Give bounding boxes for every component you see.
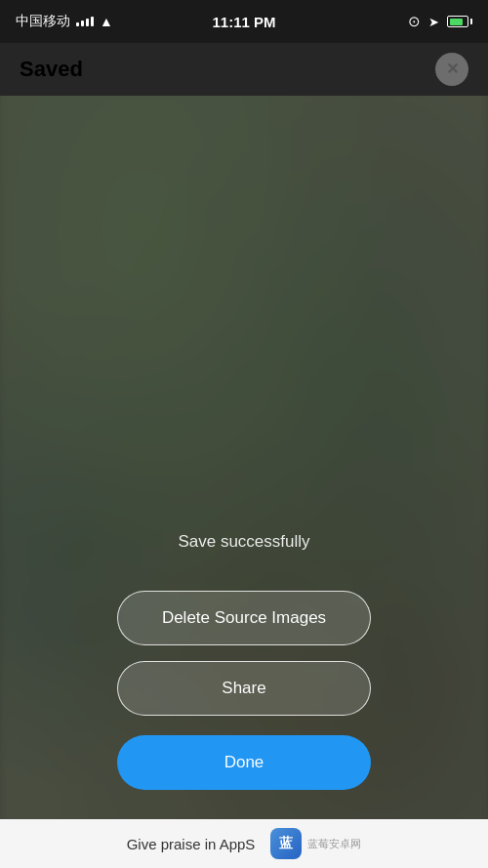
content-panel: Save successfully Delete Source Images S… xyxy=(0,532,488,819)
bottom-banner: Give praise in AppS 蓝 蓝莓安卓网 xyxy=(0,819,488,868)
signal-bar-1 xyxy=(76,22,79,26)
signal-bars xyxy=(76,17,94,26)
nav-title: Saved xyxy=(20,57,83,82)
done-label: Done xyxy=(224,753,264,772)
battery-tip xyxy=(470,19,472,24)
done-button[interactable]: Done xyxy=(117,735,371,790)
status-right: ⊙ ➤ xyxy=(408,13,472,30)
close-icon: ✕ xyxy=(446,62,459,77)
signal-bar-3 xyxy=(86,19,89,26)
location-icon: ➤ xyxy=(428,15,439,29)
signal-bar-4 xyxy=(91,17,94,26)
main-content: Save successfully Delete Source Images S… xyxy=(0,96,488,819)
success-message: Save successfully xyxy=(178,532,309,552)
account-icon: ⊙ xyxy=(408,13,421,30)
close-button[interactable]: ✕ xyxy=(435,53,468,86)
share-button[interactable]: Share xyxy=(117,661,371,716)
watermark-site: 蓝莓安卓网 xyxy=(307,837,361,851)
delete-source-images-button[interactable]: Delete Source Images xyxy=(117,591,371,645)
status-time: 11:11 PM xyxy=(212,14,275,30)
status-left: 中国移动 ▲ xyxy=(16,13,113,30)
signal-bar-2 xyxy=(81,21,84,26)
delete-source-images-label: Delete Source Images xyxy=(162,608,326,628)
battery-indicator xyxy=(447,16,472,27)
wifi-icon: ▲ xyxy=(100,14,113,29)
logo-text: 蓝 xyxy=(279,835,293,852)
bottom-banner-logo: 蓝 xyxy=(270,828,302,859)
status-bar: 中国移动 ▲ 11:11 PM ⊙ ➤ xyxy=(0,0,488,43)
battery-body xyxy=(447,16,468,27)
share-label: Share xyxy=(222,679,265,698)
battery-fill xyxy=(450,19,464,25)
bottom-banner-text: Give praise in AppS xyxy=(127,836,256,852)
carrier-text: 中国移动 xyxy=(16,13,70,30)
nav-bar: Saved ✕ xyxy=(0,43,488,96)
